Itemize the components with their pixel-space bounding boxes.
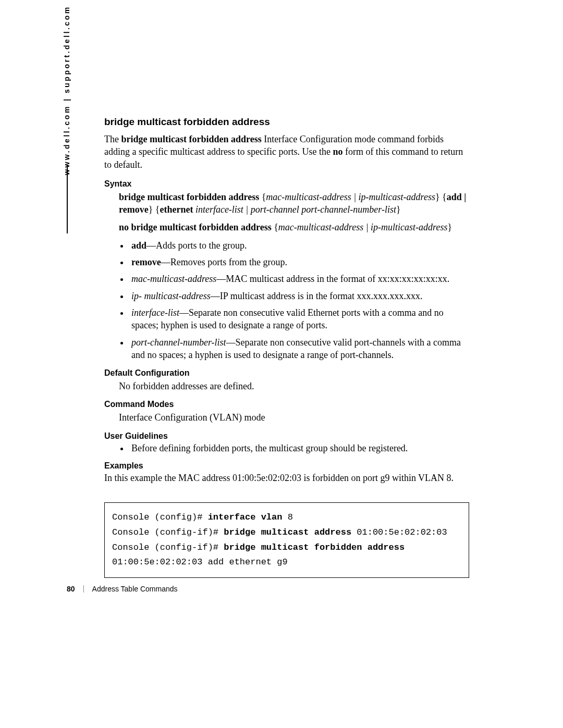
c1b: interface vlan [208, 512, 283, 522]
param-mac: mac-multicast-address—MAC multicast addr… [129, 273, 469, 285]
console-example: Console (config)# interface vlan 8Consol… [104, 502, 469, 578]
param-term: add [131, 240, 146, 251]
side-url-text: www.dell.com | support.dell.com [63, 5, 71, 175]
intro-paragraph: The bridge multicast forbidden address I… [104, 133, 469, 171]
c1c: 8 [282, 512, 292, 522]
syn2d: } [447, 222, 452, 232]
section-title: bridge multicast forbidden address [104, 116, 469, 128]
syn1f: } { [149, 204, 160, 215]
guideline-item: Before defining forbidden ports, the mul… [129, 443, 469, 454]
syn1i: interface-list | port-channel port-chann… [195, 204, 396, 215]
c1a: Console (config)# [112, 512, 208, 522]
param-term: interface-list [131, 307, 179, 318]
command-modes-text: Interface Configuration (VLAN) mode [119, 411, 469, 424]
page-footer: 80 Address Table Commands [67, 585, 178, 593]
c2c: 01:00:5e:02:02:03 [351, 527, 447, 537]
console-line-4: 01:00:5e:02:02:03 add ethernet g9 [112, 555, 461, 570]
intro-cmd: bridge multicast forbidden address [121, 134, 261, 144]
console-line-3: Console (config-if)# bridge multicast fo… [112, 540, 461, 556]
c3a: Console (config-if)# [112, 542, 224, 552]
param-remove: remove—Removes ports from the group. [129, 256, 469, 268]
syn2c: mac-multicast-address | ip-multicast-add… [278, 222, 448, 232]
param-desc: —IP multicast address is in the format x… [211, 291, 423, 301]
param-desc: —MAC multicast address in the format of … [216, 274, 449, 284]
default-config-heading: Default Configuration [104, 368, 469, 378]
param-add: add—Adds ports to the group. [129, 239, 469, 252]
guidelines-list: Before defining forbidden ports, the mul… [129, 443, 469, 454]
param-desc: —Adds ports to the group. [146, 240, 247, 251]
syntax-block: bridge multicast forbidden address {mac-… [119, 191, 469, 234]
syntax-line-2: no bridge multicast forbidden address {m… [119, 221, 469, 233]
param-term: mac-multicast-address [131, 274, 216, 284]
syn1c: mac-multicast-address | ip-multicast-add… [266, 192, 435, 202]
console-line-1: Console (config)# interface vlan 8 [112, 510, 461, 525]
syn1a: bridge multicast forbidden address [119, 192, 259, 202]
examples-heading: Examples [104, 461, 469, 471]
command-modes-heading: Command Modes [104, 400, 469, 409]
c4: 01:00:5e:02:02:03 add ethernet g9 [112, 557, 288, 567]
param-term: remove [131, 257, 161, 267]
c2b: bridge multicast address [224, 527, 351, 537]
user-guidelines-heading: User Guidelines [104, 431, 469, 441]
page-content: bridge multicast forbidden address The b… [104, 116, 469, 578]
syn1j: } [396, 204, 401, 215]
syn1g: ethernet [160, 204, 193, 215]
param-term: ip- multicast-address [131, 291, 211, 301]
footer-separator [83, 585, 84, 593]
syntax-heading: Syntax [104, 179, 469, 189]
footer-section: Address Table Commands [92, 585, 178, 593]
side-url-line [67, 165, 68, 233]
param-term: port-channel-number-list [131, 337, 226, 348]
c3b: bridge multicast forbidden address [224, 542, 405, 552]
syn1d: } { [435, 192, 447, 202]
parameter-list: add—Adds ports to the group. remove—Remo… [129, 239, 469, 361]
page-number: 80 [67, 585, 75, 593]
console-line-2: Console (config-if)# bridge multicast ad… [112, 525, 461, 540]
intro-pre: The [104, 134, 121, 144]
param-pclist: port-channel-number-list—Separate non co… [129, 336, 469, 362]
syn2b: { [272, 222, 278, 232]
syn1b: { [259, 192, 266, 202]
example-description: In this example the MAC address 01:00:5e… [104, 473, 469, 484]
c2a: Console (config-if)# [112, 527, 224, 537]
param-iflist: interface-list—Separate non consecutive … [129, 306, 469, 332]
intro-no: no [333, 146, 342, 157]
default-config-text: No forbidden addresses are defined. [119, 380, 469, 392]
param-ip: ip- multicast-address—IP multicast addre… [129, 290, 469, 302]
syn2a: no bridge multicast forbidden address [119, 222, 272, 232]
syntax-line-1: bridge multicast forbidden address {mac-… [119, 191, 469, 216]
param-desc: —Removes ports from the group. [161, 257, 287, 267]
